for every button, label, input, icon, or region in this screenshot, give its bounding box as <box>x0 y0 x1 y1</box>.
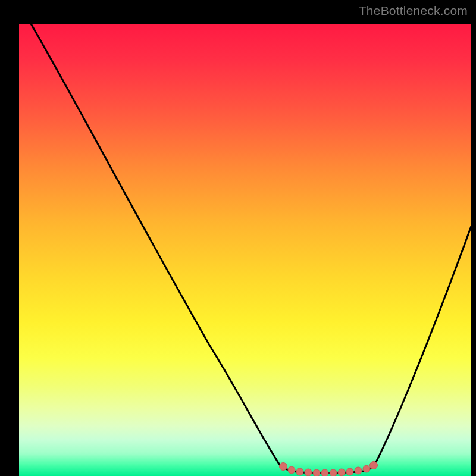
valley-marker <box>288 466 295 474</box>
valley-marker <box>296 468 303 475</box>
valley-marker <box>280 463 287 471</box>
watermark-text: TheBottleneck.com <box>359 4 468 18</box>
curve-right-arm <box>374 226 471 466</box>
valley-marker <box>346 468 353 475</box>
plot-area <box>19 24 471 476</box>
valley-marker <box>338 469 345 476</box>
curve-left-arm <box>31 24 281 466</box>
valley-markers <box>280 462 378 477</box>
valley-marker <box>313 469 320 476</box>
valley-marker <box>370 462 378 469</box>
valley-marker <box>363 465 370 472</box>
valley-marker <box>330 469 337 476</box>
valley-marker <box>355 467 362 474</box>
valley-marker <box>305 469 312 476</box>
valley-marker <box>321 469 328 476</box>
chart-frame <box>7 7 469 469</box>
bottleneck-curve <box>31 24 471 473</box>
chart-svg <box>19 24 471 476</box>
